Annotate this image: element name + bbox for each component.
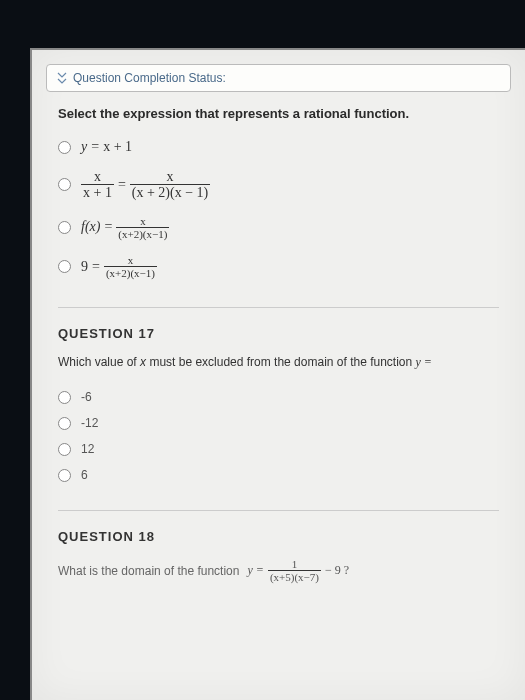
q16-option-b[interactable]: x x + 1 = x (x + 2)(x − 1): [58, 169, 499, 201]
radio-icon: [58, 178, 71, 191]
option-label: -12: [81, 416, 98, 430]
q17-heading: QUESTION 17: [58, 326, 499, 341]
radio-icon: [58, 469, 71, 482]
question-content: Select the expression that represents a …: [32, 102, 525, 583]
q17-option-a[interactable]: -6: [58, 390, 499, 404]
option-expression: 9 = x (x+2)(x−1): [81, 254, 157, 279]
completion-status-bar[interactable]: Question Completion Status:: [46, 64, 511, 92]
q17-option-b[interactable]: -12: [58, 416, 499, 430]
option-label: 12: [81, 442, 94, 456]
option-label: 6: [81, 468, 88, 482]
q18-prompt: What is the domain of the function y = 1…: [58, 558, 499, 583]
q16-option-a[interactable]: y = x + 1: [58, 139, 499, 155]
q16-prompt: Select the expression that represents a …: [58, 106, 499, 121]
radio-icon: [58, 443, 71, 456]
radio-icon: [58, 141, 71, 154]
q16-options: y = x + 1 x x + 1 = x (x + 2)(x − 1): [58, 139, 499, 279]
radio-icon: [58, 417, 71, 430]
q16-option-d[interactable]: 9 = x (x+2)(x−1): [58, 254, 499, 279]
monitor-bezel-top: [0, 0, 525, 48]
option-expression: x x + 1 = x (x + 2)(x − 1): [81, 169, 210, 201]
q17-option-c[interactable]: 12: [58, 442, 499, 456]
section-divider: [58, 510, 499, 511]
radio-icon: [58, 221, 71, 234]
option-expression: f(x) = x (x+2)(x−1): [81, 215, 169, 240]
completion-status-label: Question Completion Status:: [73, 71, 226, 85]
q17-option-d[interactable]: 6: [58, 468, 499, 482]
monitor-bezel-left: [0, 0, 30, 700]
radio-icon: [58, 391, 71, 404]
q17-options: -6 -12 12 6: [58, 390, 499, 482]
option-label: -6: [81, 390, 92, 404]
q17-prompt: Which value of x must be excluded from t…: [58, 355, 499, 370]
section-divider: [58, 307, 499, 308]
q18-heading: QUESTION 18: [58, 529, 499, 544]
option-expression: y = x + 1: [81, 139, 132, 155]
app-viewport: Question Completion Status: Select the e…: [30, 48, 525, 700]
q16-option-c[interactable]: f(x) = x (x+2)(x−1): [58, 215, 499, 240]
radio-icon: [58, 260, 71, 273]
collapse-chevrons-icon: [57, 72, 67, 84]
